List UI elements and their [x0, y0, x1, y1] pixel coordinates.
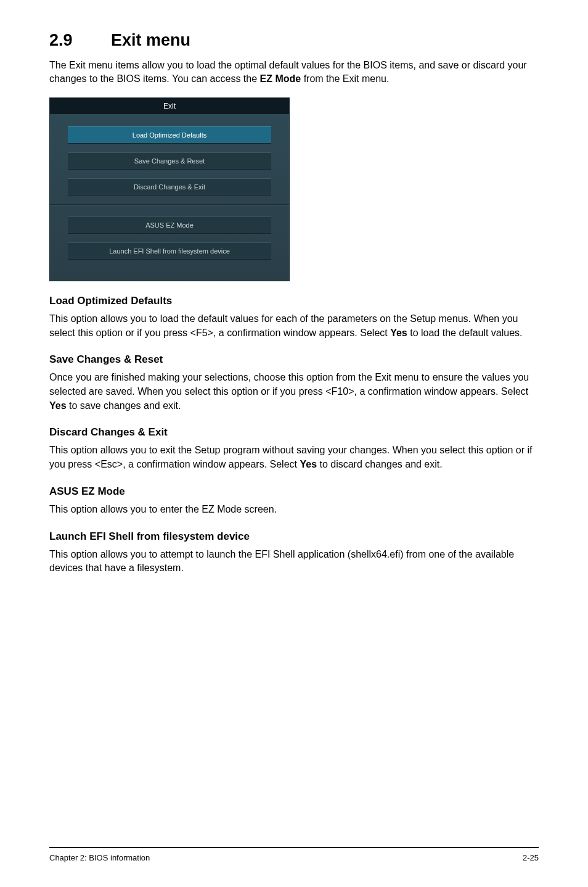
- heading-discard-changes-exit: Discard Changes & Exit: [49, 426, 539, 439]
- text: to save changes and exit.: [67, 400, 181, 411]
- para-asus-ez-mode: This option allows you to enter the EZ M…: [49, 503, 539, 517]
- page-footer: Chapter 2: BIOS information 2-25: [49, 847, 539, 862]
- para-discard-changes-exit: This option allows you to exit the Setup…: [49, 444, 539, 471]
- bios-discard-changes-exit[interactable]: Discard Changes & Exit: [68, 178, 271, 196]
- para-save-changes-reset: Once you are finished making your select…: [49, 371, 539, 413]
- para-load-optimized-defaults: This option allows you to load the defau…: [49, 312, 539, 340]
- para-launch-efi-shell: This option allows you to attempt to lau…: [49, 548, 539, 576]
- bios-separator: [50, 204, 289, 205]
- section-number: 2.9: [49, 31, 111, 50]
- intro-paragraph: The Exit menu items allow you to load th…: [49, 59, 539, 86]
- text-bold: Yes: [49, 400, 67, 411]
- intro-text-end: from the Exit menu.: [301, 73, 389, 84]
- intro-bold: EZ Mode: [260, 73, 301, 84]
- bios-launch-efi-shell[interactable]: Launch EFI Shell from filesystem device: [68, 242, 271, 260]
- bios-load-optimized-defaults[interactable]: Load Optimized Defaults: [68, 126, 271, 144]
- text-bold: Yes: [390, 328, 407, 338]
- page-heading: 2.9Exit menu: [49, 31, 539, 50]
- footer-page-number: 2-25: [523, 853, 539, 862]
- heading-load-optimized-defaults: Load Optimized Defaults: [49, 295, 539, 307]
- bios-save-changes-reset[interactable]: Save Changes & Reset: [68, 152, 271, 170]
- text: This option allows you to exit the Setup…: [49, 445, 533, 469]
- bios-asus-ez-mode[interactable]: ASUS EZ Mode: [68, 217, 271, 234]
- bios-exit-menu: Exit Load Optimized Defaults Save Change…: [49, 97, 290, 281]
- section-title: Exit menu: [111, 31, 190, 49]
- bios-tab-exit[interactable]: Exit: [50, 98, 289, 114]
- heading-asus-ez-mode: ASUS EZ Mode: [49, 485, 539, 498]
- heading-save-changes-reset: Save Changes & Reset: [49, 353, 539, 366]
- heading-launch-efi-shell: Launch EFI Shell from filesystem device: [49, 530, 539, 543]
- text: Once you are finished making your select…: [49, 372, 529, 397]
- footer-chapter: Chapter 2: BIOS information: [49, 853, 150, 862]
- text-bold: Yes: [300, 459, 317, 469]
- text: to load the default values.: [407, 328, 523, 338]
- text: to discard changes and exit.: [317, 459, 443, 469]
